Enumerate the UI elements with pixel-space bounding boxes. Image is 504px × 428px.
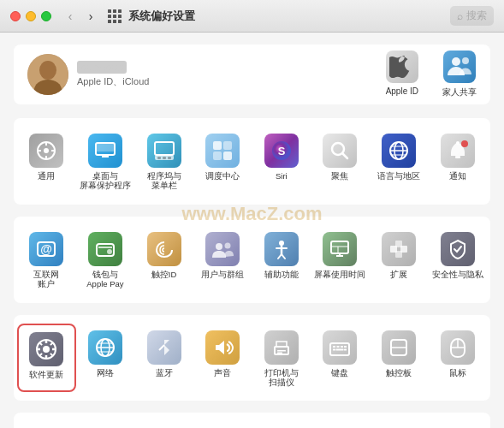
icon-mouse-icon	[441, 330, 475, 365]
svg-point-4	[462, 57, 469, 64]
svg-line-62	[40, 353, 43, 355]
grid-item-时间机器[interactable]: 时间机器	[311, 421, 370, 428]
svg-rect-77	[333, 348, 335, 350]
svg-rect-76	[344, 346, 347, 348]
svg-line-60	[50, 353, 53, 355]
svg-rect-78	[344, 348, 347, 350]
svg-rect-19	[163, 157, 166, 159]
svg-point-3	[452, 57, 460, 66]
grid-item-label-用户与群组: 用户与群组	[201, 270, 244, 279]
grid-item-屏幕使用时间[interactable]: 屏幕使用时间	[311, 225, 370, 294]
grid-item-用户与群组[interactable]: 用户与群组	[193, 225, 252, 294]
grid-row-1: @ 互联网 账户 钱包与 Apple Pay 触控ID 用户与群组 辅助功能	[14, 217, 490, 303]
grid-item-电池[interactable]: 电池	[134, 421, 193, 428]
grid-item-桌面与屏幕保护程序[interactable]: 桌面与 屏幕保护程序	[76, 127, 135, 196]
icon-trackpad-icon	[382, 330, 416, 365]
grid-item-程序坞与菜单栏[interactable]: 程序坞与 菜单栏	[134, 127, 193, 196]
svg-rect-18	[157, 157, 161, 159]
grid-item-label-程序坞与菜单栏: 程序坞与 菜单栏	[147, 171, 181, 191]
icon-notify-icon	[441, 134, 475, 168]
grid-item-软件更新[interactable]: 软件更新	[17, 324, 76, 393]
icon-desktop-icon	[88, 134, 122, 168]
icon-users-icon	[205, 232, 240, 266]
forward-button[interactable]: ›	[82, 8, 99, 25]
maximize-button[interactable]	[41, 11, 51, 21]
grid-item-label-网络: 网络	[97, 368, 114, 377]
svg-rect-13	[96, 143, 115, 152]
svg-rect-73	[333, 346, 335, 348]
apple-id-icon	[386, 51, 418, 83]
grid-item-调度中心[interactable]: 调度中心	[193, 127, 252, 196]
svg-rect-16	[155, 142, 174, 155]
grid-item-label-打印机与扫描仪: 打印机与 扫描仪	[264, 368, 299, 388]
icon-general-icon	[29, 134, 63, 168]
window-title: 系统偏好设置	[128, 9, 195, 24]
svg-rect-44	[331, 241, 348, 253]
svg-rect-20	[168, 157, 171, 159]
grid-item-安全性与隐私[interactable]: 安全性与隐私	[428, 225, 487, 294]
grid-item-聚焦[interactable]: 聚焦	[311, 127, 370, 196]
grid-item-通用[interactable]: 通用	[17, 127, 76, 196]
family-sharing-label: 家人共享	[442, 86, 477, 98]
grid-item-触控ID[interactable]: 触控ID	[134, 225, 193, 294]
grid-item-label-鼠标: 鼠标	[449, 368, 466, 377]
grid-item-打印机与扫描仪[interactable]: 打印机与 扫描仪	[252, 324, 311, 393]
grid-item-蓝牙[interactable]: 蓝牙	[134, 324, 193, 393]
search-icon: ⌕	[457, 10, 463, 22]
icon-security-icon	[441, 232, 475, 266]
grid-item-扩展[interactable]: 扩展	[370, 225, 429, 294]
grid-item-label-调度中心: 调度中心	[205, 171, 240, 181]
apple-id-button[interactable]: Apple ID	[386, 51, 418, 98]
search-box[interactable]: ⌕ 搜索	[450, 6, 494, 26]
grid-item-随航[interactable]: 随航	[76, 421, 135, 428]
search-placeholder: 搜索	[466, 9, 487, 23]
grid-row-2: 软件更新 网络 蓝牙 声音 打印机与 扫描仪 键盘	[14, 315, 490, 401]
svg-text:S: S	[277, 145, 285, 158]
svg-point-36	[461, 140, 468, 147]
svg-rect-79	[336, 348, 344, 350]
icon-lang-icon	[382, 134, 416, 168]
grid-item-label-键盘: 键盘	[331, 368, 348, 377]
grid-item-Siri[interactable]: S Siri	[252, 127, 311, 196]
grid-item-鼠标[interactable]: 鼠标	[428, 324, 487, 393]
minimize-button[interactable]	[26, 11, 36, 21]
family-sharing-icon	[443, 51, 476, 83]
svg-rect-34	[455, 156, 460, 158]
svg-point-54	[43, 346, 50, 353]
svg-rect-74	[337, 346, 340, 348]
grid-item-键盘[interactable]: 键盘	[311, 324, 370, 393]
grid-item-辅助功能[interactable]: 辅助功能	[252, 225, 311, 294]
grid-item-label-屏幕使用时间: 屏幕使用时间	[314, 270, 365, 279]
grid-item-触控板[interactable]: 触控板	[370, 324, 429, 393]
grid-item-日期与时间[interactable]: 日期与时间	[193, 421, 252, 428]
grid-item-共享[interactable]: 共享	[252, 421, 311, 428]
svg-rect-51	[395, 241, 402, 247]
profile-name: xxxxxxxx	[77, 61, 149, 74]
profile-sub: Apple ID、iCloud	[77, 75, 149, 88]
grid-item-通知[interactable]: 通知	[428, 127, 487, 196]
content-area: xxxxxxxx Apple ID、iCloud Apple ID	[0, 33, 504, 428]
svg-line-28	[342, 153, 347, 158]
icon-sound-icon	[205, 330, 240, 365]
icon-spotlight-icon	[323, 134, 357, 168]
grid-item-网络[interactable]: 网络	[76, 324, 135, 393]
grid-item-语言与地区[interactable]: 语言与地区	[370, 127, 429, 196]
grid-item-label-声音: 声音	[214, 368, 231, 377]
grid-item-互联网账户[interactable]: @ 互联网 账户	[17, 225, 76, 294]
icon-dock-icon	[147, 134, 181, 168]
grid-item-启动磁盘[interactable]: 启动磁盘	[370, 421, 429, 428]
grid-item-	[428, 421, 487, 428]
grid-item-钱包与ApplePay[interactable]: 钱包与 Apple Pay	[76, 225, 135, 294]
family-sharing-button[interactable]: 家人共享	[442, 51, 477, 98]
icon-network-icon	[88, 330, 122, 365]
svg-rect-22	[223, 141, 232, 150]
icon-keyboard-icon	[323, 330, 357, 365]
back-button[interactable]: ‹	[62, 8, 79, 25]
icon-control-icon	[205, 134, 240, 168]
close-button[interactable]	[10, 11, 21, 21]
grid-item-label-通知: 通知	[449, 171, 466, 181]
grid-item-显示器[interactable]: 显示器	[17, 421, 76, 428]
grid-item-label-Siri: Siri	[276, 171, 288, 181]
grid-item-声音[interactable]: 声音	[193, 324, 252, 393]
svg-point-40	[107, 249, 112, 254]
